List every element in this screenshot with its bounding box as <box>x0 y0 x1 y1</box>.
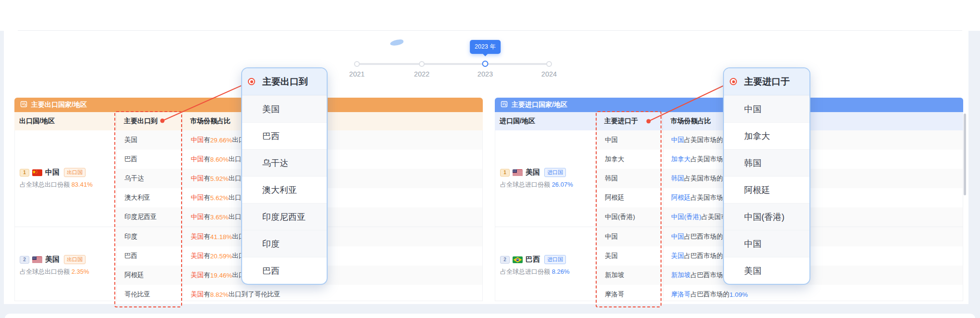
global-share-line: 占全球总进口份额 26.07% <box>500 180 597 189</box>
market-text: 有 <box>204 290 210 299</box>
rank-badge: 2 <box>20 256 29 264</box>
market-share-value: 8.60% <box>210 156 229 163</box>
slider-stop-2024[interactable] <box>546 61 552 67</box>
export-destination-cell[interactable]: 巴西 <box>117 246 183 266</box>
callout-item[interactable]: 阿根廷 <box>724 176 809 203</box>
import-source-cell[interactable]: 中国(香港) <box>597 207 663 227</box>
slider-label-2023[interactable]: 2023 <box>478 70 493 78</box>
import-source-cell[interactable]: 美国 <box>597 246 663 266</box>
market-country: 美国 <box>671 252 684 260</box>
callout-item[interactable]: 巴西 <box>242 122 327 149</box>
market-share-cell[interactable]: 加拿大占美国市场的 <box>663 150 963 169</box>
market-share-value: 41.18% <box>210 233 233 241</box>
market-country: 中国 <box>191 136 204 144</box>
slider-stop-2022[interactable] <box>419 61 425 67</box>
export-destination-cell[interactable]: 哥伦比亚 <box>117 285 183 301</box>
market-share-cell[interactable]: 中国占美国市场的 <box>663 130 963 150</box>
import-source-cell[interactable]: 摩洛哥 <box>597 285 663 301</box>
market-share-cell[interactable]: 中国有 5.62% 出口到了澳大利亚 <box>183 188 482 207</box>
callout-item[interactable]: 澳大利亚 <box>242 176 327 203</box>
callout-item[interactable]: 中国(香港) <box>724 203 809 230</box>
callout-item[interactable]: 印度尼西亚 <box>242 203 327 230</box>
market-share-value: 5.62% <box>210 194 229 202</box>
market-country: 中国 <box>191 174 204 183</box>
callout-item[interactable]: 印度 <box>242 230 327 257</box>
rank-badge: 1 <box>500 169 510 177</box>
export-destination-cell[interactable]: 印度尼西亚 <box>117 207 183 227</box>
country-info-cell[interactable]: 1美国进口国占全球总进口份额 26.07% <box>495 130 597 227</box>
market-share-value: 1.09% <box>730 291 748 298</box>
country-info-cell[interactable]: 2美国出口国占全球总出口份额 2.35% <box>15 227 117 301</box>
market-share-cell[interactable]: 摩洛哥占巴西市场的 1.09% <box>663 285 963 301</box>
export-destination-cell[interactable]: 澳大利亚 <box>117 188 183 207</box>
import-source-cell[interactable]: 阿根廷 <box>597 188 663 207</box>
import-source-cell[interactable]: 加拿大 <box>597 150 663 169</box>
export-destination-cell[interactable]: 印度 <box>117 227 183 246</box>
market-country: 中国 <box>191 193 204 202</box>
market-country: 美国 <box>191 290 204 299</box>
market-share-cell[interactable]: 美国占巴西市场的 <box>663 246 963 266</box>
market-share-cell[interactable]: 新加坡占巴西市场的 <box>663 266 963 285</box>
country-flag-icon <box>513 255 523 264</box>
report-icon <box>20 101 27 109</box>
callout-item[interactable]: 加拿大 <box>724 122 809 149</box>
market-share-cell[interactable]: 美国有 19.46% 出口到了阿根廷 <box>183 266 482 285</box>
slider-stop-2021[interactable] <box>354 61 360 67</box>
market-share-cell[interactable]: 中国有 5.92% 出口到了乌干达 <box>183 169 482 188</box>
import-source-cell[interactable]: 中国 <box>597 227 663 246</box>
market-share-cell[interactable]: 韩国占美国市场的 <box>663 169 963 188</box>
table-title: 主要进口国家/地区 <box>512 101 567 109</box>
slider-label-2021[interactable]: 2021 <box>349 70 365 78</box>
callout-item[interactable]: 美国 <box>724 257 809 284</box>
export-destination-cell[interactable]: 巴西 <box>117 150 183 169</box>
import-source-cell[interactable]: 中国 <box>597 130 663 150</box>
market-share-cell[interactable]: 中国有 3.65% 出口到了印度尼西亚 <box>183 207 482 227</box>
market-share-cell[interactable]: 阿根廷占美国市场的 <box>663 188 963 207</box>
global-share-value: 83.41% <box>72 181 93 188</box>
slider-label-2024[interactable]: 2024 <box>541 70 557 78</box>
country-role-tag: 进口国 <box>544 255 566 264</box>
callout-target-marker-icon <box>248 78 255 85</box>
market-text: 占巴西市场的 <box>684 252 723 260</box>
scrollbar-thumb[interactable] <box>964 114 966 195</box>
market-share-cell[interactable]: 中国有 29.66% 出口到了美国 <box>183 130 482 150</box>
export-destination-cell[interactable]: 美国 <box>117 130 183 150</box>
market-share-cell[interactable]: 美国有 20.59% 出口到了巴西 <box>183 246 482 266</box>
next-section-card <box>5 314 975 318</box>
export-destination-cell[interactable]: 乌干达 <box>117 169 183 188</box>
divider <box>18 30 962 31</box>
column-header-country: 出口国/地区 <box>14 112 116 130</box>
import-column-callout: 主要进口于中国加拿大韩国阿根廷中国(香港)中国美国 <box>723 67 810 285</box>
market-share-cell[interactable]: 美国有 41.18% 出口到了印度 <box>183 227 482 246</box>
callout-item[interactable]: 乌干达 <box>242 149 327 176</box>
year-slider-track[interactable] <box>357 63 549 65</box>
country-info-cell[interactable]: 1中国出口国占全球总出口份额 83.41% <box>15 130 117 227</box>
column-header-partner: 主要进口于 <box>597 112 663 130</box>
market-share-value: 5.92% <box>210 175 229 182</box>
import-source-cell[interactable]: 新加坡 <box>597 266 663 285</box>
global-share-line: 占全球总出口份额 83.41% <box>20 180 116 189</box>
slider-stop-2023[interactable] <box>482 61 489 67</box>
market-country: 中国 <box>191 213 204 221</box>
market-share-cell[interactable]: 中国(香港)占美国市场的 <box>663 207 963 227</box>
country-info-cell[interactable]: 2巴西进口国占全球总进口份额 8.26% <box>495 227 597 301</box>
global-share-label: 占全球总进口份额 <box>500 181 552 188</box>
market-share-cell[interactable]: 中国有 8.60% 出口到了巴西 <box>183 150 482 169</box>
callout-item[interactable]: 美国 <box>242 95 327 122</box>
slider-label-2022[interactable]: 2022 <box>414 70 429 78</box>
callout-item[interactable]: 巴西 <box>242 257 327 284</box>
market-text: 占巴西市场的 <box>684 232 723 241</box>
callout-item[interactable]: 中国 <box>724 95 809 122</box>
market-share-cell[interactable]: 美国有 8.82% 出口到了哥伦比亚 <box>183 285 482 301</box>
import-source-cell[interactable]: 韩国 <box>597 169 663 188</box>
market-text: 有 <box>204 213 210 221</box>
country-role-tag: 出口国 <box>64 168 86 177</box>
market-share-cell[interactable]: 中国占巴西市场的 <box>663 227 963 246</box>
callout-item[interactable]: 韩国 <box>724 149 809 176</box>
table-row[interactable]: 摩洛哥摩洛哥占巴西市场的 1.09% <box>597 285 963 301</box>
callout-header: 主要出口到 <box>242 68 327 95</box>
table-row[interactable]: 哥伦比亚美国有 8.82% 出口到了哥伦比亚 <box>117 285 482 301</box>
export-destination-cell[interactable]: 阿根廷 <box>117 266 183 285</box>
trade-flow-page: 全球贸易流向 2021 2022 2023 2024 2023 年 主要出口国家… <box>0 0 980 318</box>
callout-item[interactable]: 中国 <box>724 230 809 257</box>
